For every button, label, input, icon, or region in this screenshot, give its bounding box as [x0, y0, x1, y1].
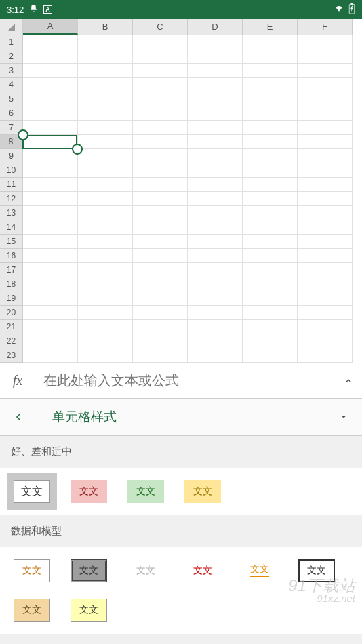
- cell[interactable]: [188, 178, 243, 192]
- row-header-19[interactable]: 19: [0, 291, 23, 306]
- row-header-3[interactable]: 3: [0, 64, 23, 78]
- cell[interactable]: [298, 149, 353, 163]
- cell[interactable]: [78, 192, 133, 206]
- select-all-corner[interactable]: [0, 19, 23, 35]
- row-header-20[interactable]: 20: [0, 306, 23, 320]
- cell[interactable]: [298, 206, 353, 220]
- cell[interactable]: [188, 263, 243, 277]
- cell[interactable]: [188, 320, 243, 334]
- cell[interactable]: [188, 92, 243, 106]
- cell[interactable]: [23, 78, 78, 92]
- cell[interactable]: [298, 64, 353, 78]
- neutral-swatch-2[interactable]: 文文: [127, 480, 164, 503]
- col-header-b[interactable]: B: [78, 19, 133, 35]
- cell[interactable]: [78, 235, 133, 249]
- data-swatch-7[interactable]: 文文: [71, 599, 107, 622]
- cell[interactable]: [188, 220, 243, 235]
- cell[interactable]: [78, 64, 133, 78]
- cell[interactable]: [23, 334, 78, 348]
- cell[interactable]: [23, 348, 78, 363]
- cell[interactable]: [298, 263, 353, 277]
- cell[interactable]: [243, 78, 298, 92]
- cell[interactable]: [243, 35, 298, 49]
- cell[interactable]: [243, 235, 298, 249]
- cell[interactable]: [243, 334, 298, 348]
- row-header-2[interactable]: 2: [0, 49, 23, 64]
- row-header-6[interactable]: 6: [0, 106, 23, 121]
- cell[interactable]: [298, 135, 353, 149]
- cell[interactable]: [243, 163, 298, 178]
- cell[interactable]: [298, 106, 353, 121]
- cell[interactable]: [298, 348, 353, 363]
- cell[interactable]: [188, 135, 243, 149]
- cell[interactable]: [298, 78, 353, 92]
- cell[interactable]: [133, 320, 188, 334]
- col-header-d[interactable]: D: [188, 19, 243, 35]
- cell[interactable]: [78, 348, 133, 363]
- cell[interactable]: [78, 249, 133, 263]
- cell[interactable]: [298, 277, 353, 291]
- cell[interactable]: [133, 135, 188, 149]
- cell[interactable]: [23, 149, 78, 163]
- cell[interactable]: [243, 49, 298, 64]
- cell[interactable]: [23, 306, 78, 320]
- cell[interactable]: [23, 206, 78, 220]
- cell[interactable]: [133, 78, 188, 92]
- cell[interactable]: [78, 149, 133, 163]
- cell[interactable]: [23, 64, 78, 78]
- cell[interactable]: [78, 121, 133, 135]
- row-header-1[interactable]: 1: [0, 35, 23, 49]
- cell[interactable]: [133, 192, 188, 206]
- cell[interactable]: [23, 163, 78, 178]
- cell[interactable]: [188, 277, 243, 291]
- cell[interactable]: [78, 92, 133, 106]
- cell[interactable]: [298, 291, 353, 306]
- row-header-22[interactable]: 22: [0, 334, 23, 348]
- cell[interactable]: [133, 163, 188, 178]
- cell[interactable]: [133, 206, 188, 220]
- cell[interactable]: [23, 106, 78, 121]
- cell[interactable]: [133, 178, 188, 192]
- cell[interactable]: [133, 149, 188, 163]
- data-swatch-2[interactable]: 文文: [127, 559, 164, 582]
- cell[interactable]: [243, 291, 298, 306]
- cell[interactable]: [78, 206, 133, 220]
- cell[interactable]: [78, 291, 133, 306]
- cell[interactable]: [298, 249, 353, 263]
- cell[interactable]: [23, 35, 78, 49]
- cell[interactable]: [188, 149, 243, 163]
- styles-panel[interactable]: 好、差和适中 文文文文文文文文 数据和模型 文文文文文文文文文文文文文文文文 标…: [0, 436, 362, 644]
- fx-label[interactable]: fx: [0, 373, 35, 388]
- cell[interactable]: [78, 320, 133, 334]
- cell[interactable]: [188, 334, 243, 348]
- col-header-c[interactable]: C: [133, 19, 188, 35]
- cell[interactable]: [133, 35, 188, 49]
- cell[interactable]: [188, 348, 243, 363]
- cell[interactable]: [188, 249, 243, 263]
- cell[interactable]: [23, 277, 78, 291]
- cell[interactable]: [188, 121, 243, 135]
- cell[interactable]: [78, 306, 133, 320]
- cell[interactable]: [243, 192, 298, 206]
- cell[interactable]: [133, 306, 188, 320]
- row-header-5[interactable]: 5: [0, 92, 23, 106]
- row-header-11[interactable]: 11: [0, 178, 23, 192]
- cell[interactable]: [23, 49, 78, 64]
- cell[interactable]: [78, 178, 133, 192]
- cell[interactable]: [78, 35, 133, 49]
- cell[interactable]: [298, 235, 353, 249]
- cell[interactable]: [243, 92, 298, 106]
- col-header-f[interactable]: F: [298, 19, 353, 35]
- cell[interactable]: [298, 306, 353, 320]
- cells-area[interactable]: [23, 35, 362, 363]
- cell[interactable]: [133, 64, 188, 78]
- cell[interactable]: [133, 121, 188, 135]
- data-swatch-5[interactable]: 文文: [298, 559, 335, 582]
- cell[interactable]: [23, 291, 78, 306]
- cell[interactable]: [243, 306, 298, 320]
- cell[interactable]: [23, 178, 78, 192]
- data-swatch-1[interactable]: 文文: [71, 559, 107, 582]
- cell[interactable]: [133, 249, 188, 263]
- cell[interactable]: [78, 220, 133, 235]
- cell[interactable]: [243, 348, 298, 363]
